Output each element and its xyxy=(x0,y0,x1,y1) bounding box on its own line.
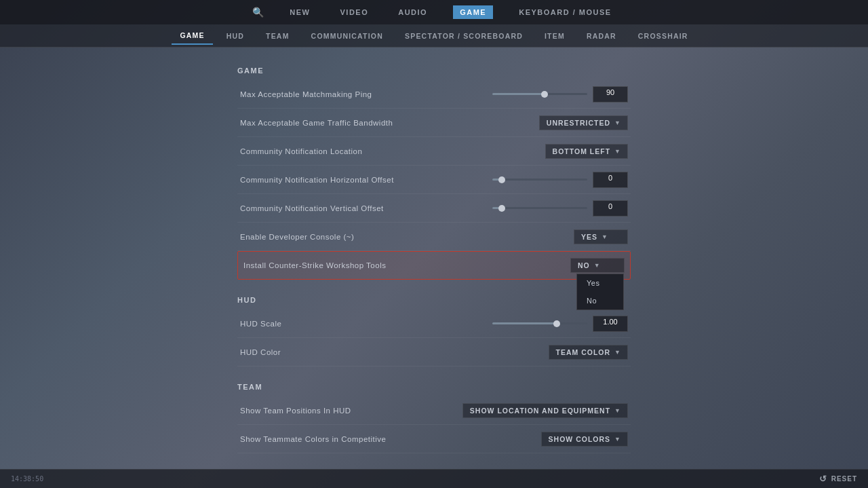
setting-notification-h-offset: Community Notification Horizontal Offset… xyxy=(237,166,631,194)
chevron-down-icon: ▼ xyxy=(594,262,600,269)
notification-location-control: BOTTOM LEFT ▼ xyxy=(545,144,628,159)
workshop-tools-label: Install Counter-Strike Workshop Tools xyxy=(243,261,386,269)
traffic-bandwidth-dropdown[interactable]: UNRESTRICTED ▼ xyxy=(539,115,628,130)
hud-scale-input[interactable]: 1.00 xyxy=(593,316,628,332)
setting-traffic-bandwidth: Max Acceptable Game Traffic Bandwidth UN… xyxy=(237,109,631,137)
team-positions-label: Show Team Positions In HUD xyxy=(240,407,351,415)
dev-console-control: YES ▼ xyxy=(574,229,628,244)
chevron-down-icon: ▼ xyxy=(614,119,620,126)
team-positions-control: SHOW LOCATION AND EQUIPMENT ▼ xyxy=(462,403,628,418)
notification-location-value: BOTTOM LEFT xyxy=(553,147,610,155)
notification-v-offset-control: 0 xyxy=(492,200,628,217)
timestamp: 14:38:50 xyxy=(11,475,43,483)
top-nav-game[interactable]: GAME xyxy=(453,5,493,19)
workshop-tools-dropdown[interactable]: NO ▼ Yes No xyxy=(570,258,625,273)
top-nav-new[interactable]: NEW xyxy=(285,5,314,19)
notification-v-offset-label: Community Notification Vertical Offset xyxy=(240,204,384,212)
team-positions-dropdown[interactable]: SHOW LOCATION AND EQUIPMENT ▼ xyxy=(462,403,628,418)
setting-hud-scale: HUD Scale 1.00 xyxy=(237,309,631,338)
subnav-hud[interactable]: HUD xyxy=(218,28,252,44)
traffic-bandwidth-value: UNRESTRICTED xyxy=(547,119,610,127)
reset-icon: ↺ xyxy=(819,474,827,484)
hud-scale-label: HUD Scale xyxy=(240,320,281,328)
matchmaking-ping-control: 90 xyxy=(492,86,628,102)
top-nav: 🔍 NEW VIDEO AUDIO GAME KEYBOARD / MOUSE xyxy=(0,0,868,24)
settings-main: Game Max Acceptable Matchmaking Ping 90 … xyxy=(0,48,868,469)
workshop-tools-option-yes[interactable]: Yes xyxy=(577,274,623,292)
sub-nav: GAME HUD TEAM COMMUNICATION SPECTATOR / … xyxy=(0,24,868,48)
notification-h-offset-slider[interactable] xyxy=(492,179,587,181)
chevron-down-icon: ▼ xyxy=(614,148,620,155)
teammate-colors-value: SHOW COLORS xyxy=(549,435,611,443)
search-icon[interactable]: 🔍 xyxy=(252,7,264,18)
hud-scale-control: 1.00 xyxy=(492,316,628,332)
setting-workshop-tools: Install Counter-Strike Workshop Tools NO… xyxy=(237,251,631,280)
top-nav-video[interactable]: VIDEO xyxy=(336,5,373,19)
hud-color-dropdown[interactable]: TEAM COLOR ▼ xyxy=(549,345,629,360)
notification-location-dropdown[interactable]: BOTTOM LEFT ▼ xyxy=(545,144,628,159)
notification-h-offset-input[interactable]: 0 xyxy=(593,172,628,188)
chevron-down-icon: ▼ xyxy=(614,436,620,443)
dev-console-value: YES xyxy=(581,233,597,241)
notification-v-offset-slider[interactable] xyxy=(492,207,587,209)
reset-label: RESET xyxy=(831,475,857,483)
notification-h-offset-control: 0 xyxy=(492,172,628,188)
workshop-tools-control: NO ▼ Yes No xyxy=(570,258,625,273)
hud-section-header: Hud xyxy=(237,296,631,304)
setting-dev-console: Enable Developer Console (~) YES ▼ xyxy=(237,223,631,251)
hud-color-value: TEAM COLOR xyxy=(556,348,611,356)
subnav-communication[interactable]: COMMUNICATION xyxy=(303,28,391,44)
workshop-tools-menu: Yes No xyxy=(576,274,624,310)
chevron-down-icon: ▼ xyxy=(601,233,608,240)
traffic-bandwidth-label: Max Acceptable Game Traffic Bandwidth xyxy=(240,119,393,127)
bottom-bar: 14:38:50 ↺ RESET xyxy=(0,469,868,488)
notification-location-label: Community Notification Location xyxy=(240,147,362,155)
dev-console-label: Enable Developer Console (~) xyxy=(240,233,354,241)
teammate-colors-control: SHOW COLORS ▼ xyxy=(541,432,628,447)
setting-team-positions: Show Team Positions In HUD SHOW LOCATION… xyxy=(237,396,631,425)
matchmaking-ping-label: Max Acceptable Matchmaking Ping xyxy=(240,90,372,98)
setting-hud-color: HUD Color TEAM COLOR ▼ xyxy=(237,338,631,367)
setting-notification-location: Community Notification Location BOTTOM L… xyxy=(237,137,631,166)
notification-v-offset-input[interactable]: 0 xyxy=(593,200,628,217)
reset-button[interactable]: ↺ RESET xyxy=(819,474,857,484)
hud-scale-slider[interactable] xyxy=(492,322,587,324)
hud-color-control: TEAM COLOR ▼ xyxy=(549,345,629,360)
teammate-colors-label: Show Teammate Colors in Competitive xyxy=(240,435,386,443)
setting-teammate-colors: Show Teammate Colors in Competitive SHOW… xyxy=(237,425,631,453)
subnav-spectator-scoreboard[interactable]: SPECTATOR / SCOREBOARD xyxy=(397,28,531,44)
notification-h-offset-label: Community Notification Horizontal Offset xyxy=(240,176,394,184)
team-section-header: Team xyxy=(237,383,631,391)
workshop-tools-value: NO xyxy=(578,261,590,269)
subnav-item[interactable]: ITEM xyxy=(536,28,573,44)
setting-matchmaking-ping: Max Acceptable Matchmaking Ping 90 xyxy=(237,80,631,109)
subnav-radar[interactable]: RADAR xyxy=(578,28,625,44)
chevron-down-icon: ▼ xyxy=(614,349,620,356)
hud-color-label: HUD Color xyxy=(240,348,281,356)
chevron-down-icon: ▼ xyxy=(614,407,620,414)
teammate-colors-dropdown[interactable]: SHOW COLORS ▼ xyxy=(541,432,628,447)
workshop-tools-option-no[interactable]: No xyxy=(577,292,623,309)
subnav-crosshair[interactable]: CROSSHAIR xyxy=(630,28,696,44)
matchmaking-ping-slider[interactable] xyxy=(492,93,587,95)
dev-console-dropdown[interactable]: YES ▼ xyxy=(574,229,628,244)
traffic-bandwidth-control: UNRESTRICTED ▼ xyxy=(539,115,628,130)
matchmaking-ping-input[interactable]: 90 xyxy=(593,86,628,102)
top-nav-audio[interactable]: AUDIO xyxy=(394,5,431,19)
top-nav-keyboard-mouse[interactable]: KEYBOARD / MOUSE xyxy=(515,5,615,19)
game-section-header: Game xyxy=(237,67,631,75)
team-positions-value: SHOW LOCATION AND EQUIPMENT xyxy=(470,407,610,415)
subnav-game[interactable]: GAME xyxy=(172,27,212,45)
setting-notification-v-offset: Community Notification Vertical Offset 0 xyxy=(237,194,631,223)
subnav-team[interactable]: TEAM xyxy=(258,28,298,44)
